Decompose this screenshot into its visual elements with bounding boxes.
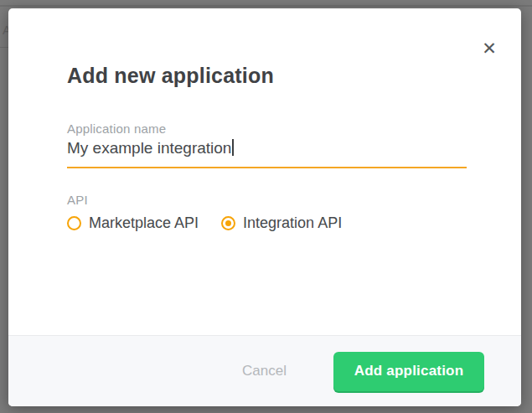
api-group-label: API [67,193,88,207]
add-application-button[interactable]: Add application [333,352,484,391]
background-page-edge [0,5,532,7]
radio-integration-api[interactable]: Integration API [221,214,342,232]
api-radio-group: Marketplace API Integration API [67,214,342,232]
dialog-title: Add new application [67,64,274,88]
background-page-divider [0,47,8,48]
close-icon[interactable]: ✕ [479,39,499,59]
radio-selected-icon [221,216,235,230]
cancel-button[interactable]: Cancel [242,363,287,379]
application-name-input[interactable]: My example integration [67,139,467,168]
radio-marketplace-api-label: Marketplace API [89,214,199,232]
dialog-footer: Cancel Add application [8,335,521,406]
add-application-dialog: ✕ Add new application Application name M… [8,8,521,406]
text-caret [232,139,234,156]
radio-unselected-icon [67,216,81,230]
application-name-label: Application name [67,121,166,136]
application-name-value: My example integration [67,139,231,157]
radio-integration-api-label: Integration API [243,214,342,232]
radio-marketplace-api[interactable]: Marketplace API [67,214,199,232]
